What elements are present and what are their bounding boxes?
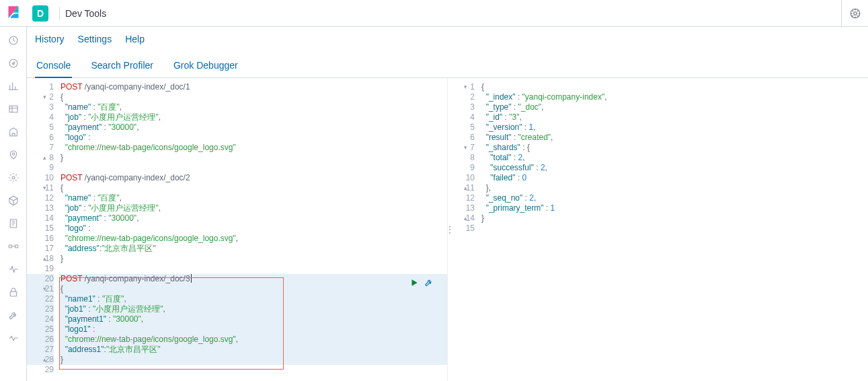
- request-editor[interactable]: 1234567891011121314151617181920212223242…: [27, 78, 447, 381]
- code-line[interactable]: "_index" : "yanqi-company-index",: [480, 92, 868, 102]
- run-request-button[interactable]: [409, 278, 419, 290]
- pulse-icon[interactable]: [5, 261, 22, 277]
- link-history[interactable]: History: [35, 34, 65, 44]
- code-line[interactable]: "name" : "百度",: [59, 102, 447, 112]
- code-line[interactable]: [59, 264, 447, 274]
- code-line[interactable]: "payment1" : "30000",: [59, 314, 447, 324]
- code-line[interactable]: }: [480, 213, 868, 223]
- pipeline-icon[interactable]: [5, 238, 22, 254]
- svg-rect-9: [15, 245, 17, 248]
- clock-icon[interactable]: [5, 32, 22, 48]
- code-line[interactable]: "logo" :: [59, 133, 447, 143]
- code-line[interactable]: "failed" : 0: [480, 173, 868, 183]
- svg-rect-10: [10, 291, 16, 296]
- svg-point-6: [12, 176, 15, 179]
- building-icon[interactable]: [5, 124, 22, 140]
- code-line[interactable]: }: [59, 254, 447, 264]
- code-line[interactable]: POST /yanqi-company-index/_doc/2: [59, 173, 447, 183]
- top-bar: D Dev Tools: [0, 0, 868, 27]
- heart-icon[interactable]: [5, 330, 22, 346]
- code-line[interactable]: "successful" : 2,: [480, 163, 868, 173]
- svg-rect-7: [10, 219, 16, 228]
- tabs: ConsoleSearch ProfilerGrok Debugger: [27, 51, 868, 78]
- code-line[interactable]: "_id" : "3",: [480, 112, 868, 123]
- code-line[interactable]: "address1":"北京市昌平区": [59, 345, 447, 355]
- code-line[interactable]: POST /yanqi-company-index/_doc/1: [59, 82, 447, 92]
- kibana-logo-icon: [7, 5, 20, 21]
- code-line[interactable]: "chrome://new-tab-page/icons/google_logo…: [59, 234, 447, 244]
- code-line[interactable]: [59, 365, 447, 375]
- table-icon[interactable]: [5, 101, 22, 117]
- help-icon[interactable]: [841, 0, 868, 27]
- notebook-icon[interactable]: [5, 215, 22, 232]
- code-line[interactable]: "chrome://new-tab-page/icons/google_logo…: [59, 335, 447, 345]
- app-badge: D: [32, 5, 48, 22]
- request-pane: 1234567891011121314151617181920212223242…: [27, 78, 448, 381]
- tab-search-profiler[interactable]: Search Profiler: [89, 60, 155, 77]
- code-line[interactable]: [59, 163, 447, 173]
- code-line[interactable]: "address":"北京市昌平区": [59, 244, 447, 254]
- code-line[interactable]: "job1" : "小度用户运营经理",: [59, 304, 447, 314]
- code-line[interactable]: "_primary_term" : 1: [480, 203, 868, 213]
- code-line[interactable]: "result" : "created",: [480, 133, 868, 143]
- code-line[interactable]: {: [480, 82, 868, 92]
- code-line[interactable]: {: [59, 92, 447, 102]
- response-editor[interactable]: 123456789101112131415 { "_index" : "yanq…: [448, 78, 868, 381]
- code-line[interactable]: "_shards" : {: [480, 143, 868, 153]
- side-nav: [0, 27, 27, 381]
- sub-links: HistorySettingsHelp: [27, 27, 868, 51]
- response-pane: ⋮ 123456789101112131415 { "_index" : "ya…: [448, 78, 868, 381]
- cube-icon[interactable]: [5, 193, 22, 209]
- code-line[interactable]: {: [59, 183, 447, 193]
- code-line[interactable]: "chrome://new-tab-page/icons/google_logo…: [59, 143, 447, 153]
- bar-chart-icon[interactable]: [5, 78, 22, 94]
- request-options-button[interactable]: [424, 278, 434, 290]
- svg-rect-8: [9, 245, 11, 248]
- code-line[interactable]: [480, 223, 868, 234]
- code-line[interactable]: "job" : "小度用户运营经理",: [59, 203, 447, 213]
- code-line[interactable]: "logo1" :: [59, 324, 447, 335]
- code-line[interactable]: "job" : "小度用户运营经理",: [59, 112, 447, 123]
- code-line[interactable]: }: [59, 153, 447, 163]
- link-settings[interactable]: Settings: [78, 34, 112, 44]
- code-line[interactable]: "payment" : "30000",: [59, 213, 447, 223]
- svg-rect-4: [9, 106, 17, 112]
- compass-icon[interactable]: [5, 55, 22, 71]
- code-line[interactable]: "payment" : "30000",: [59, 123, 447, 133]
- svg-point-3: [9, 59, 17, 67]
- code-line[interactable]: "logo" :: [59, 223, 447, 234]
- code-line[interactable]: "total" : 2,: [480, 153, 868, 163]
- code-line[interactable]: },: [480, 183, 868, 193]
- code-line[interactable]: "_seq_no" : 2,: [480, 193, 868, 203]
- code-line[interactable]: "_version" : 1,: [480, 123, 868, 133]
- nav-toggle-button[interactable]: [0, 0, 27, 27]
- code-line[interactable]: POST /yanqi-company-index/_doc/3: [59, 274, 447, 284]
- svg-point-1: [853, 11, 857, 15]
- tab-console[interactable]: Console: [35, 60, 72, 77]
- app-title: Dev Tools: [65, 8, 106, 19]
- code-line[interactable]: "name1" : "百度",: [59, 294, 447, 304]
- wrench-icon[interactable]: [5, 307, 22, 323]
- svg-point-5: [12, 153, 14, 155]
- code-line[interactable]: {: [59, 284, 447, 294]
- lock-icon[interactable]: [5, 284, 22, 300]
- link-help[interactable]: Help: [125, 34, 145, 44]
- code-line[interactable]: }: [59, 355, 447, 365]
- tab-grok-debugger[interactable]: Grok Debugger: [172, 60, 239, 77]
- code-line[interactable]: "_type" : "_doc",: [480, 102, 868, 112]
- code-line[interactable]: "name" : "百度",: [59, 193, 447, 203]
- divider: [59, 7, 60, 20]
- pin-icon[interactable]: [5, 147, 22, 163]
- gear-ml-icon[interactable]: [5, 170, 22, 186]
